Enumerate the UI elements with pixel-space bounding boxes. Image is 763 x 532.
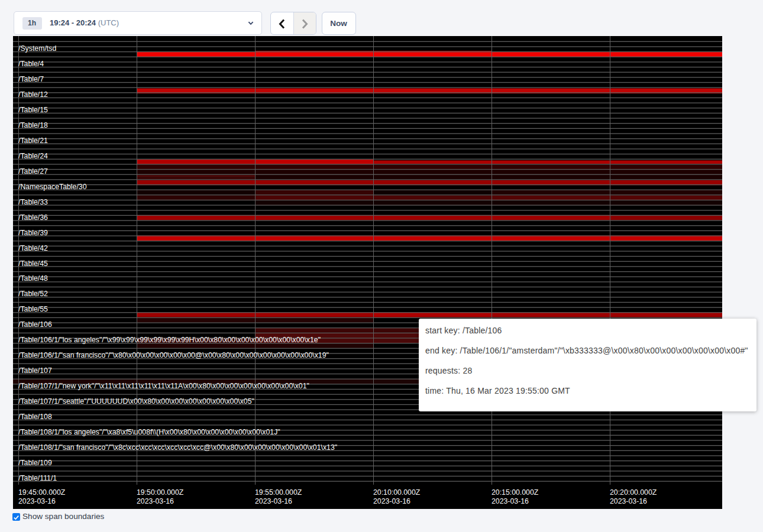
svg-text:/Table/45: /Table/45	[18, 259, 48, 268]
svg-text:/Table/7: /Table/7	[18, 75, 44, 83]
svg-text:2023-03-16: 2023-03-16	[255, 497, 292, 505]
svg-text:19:55:00.000Z: 19:55:00.000Z	[255, 488, 302, 497]
svg-text:/Table/42: /Table/42	[18, 244, 48, 252]
svg-text:19:50:00.000Z: 19:50:00.000Z	[137, 488, 184, 497]
svg-text:/Table/108: /Table/108	[18, 413, 52, 421]
svg-text:20:10:00.000Z: 20:10:00.000Z	[373, 488, 421, 497]
svg-text:/Table/111/1: /Table/111/1	[18, 474, 57, 482]
svg-text:/Table/39: /Table/39	[18, 229, 48, 237]
svg-text:/Table/108/1/"san francisco"/": /Table/108/1/"san francisco"/"\x8c\xcc\x…	[18, 443, 337, 452]
svg-text:/Table/15: /Table/15	[18, 106, 48, 114]
svg-text:/Table/109: /Table/109	[18, 459, 52, 467]
svg-text:2023-03-16: 2023-03-16	[610, 497, 647, 505]
svg-text:/Table/107/1/"new york"/"\x11\: /Table/107/1/"new york"/"\x11\x11\x11\x1…	[18, 382, 309, 390]
svg-text:/Table/52: /Table/52	[18, 290, 48, 298]
svg-text:/Table/48: /Table/48	[18, 274, 48, 283]
svg-text:2023-03-16: 2023-03-16	[18, 497, 56, 505]
svg-text:20:20:00.000Z: 20:20:00.000Z	[610, 488, 657, 497]
svg-text:/System/tsd: /System/tsd	[18, 44, 56, 53]
svg-text:2023-03-16: 2023-03-16	[137, 497, 174, 505]
svg-text:/NamespaceTable/30: /NamespaceTable/30	[18, 183, 87, 191]
svg-text:/Table/24: /Table/24	[18, 152, 48, 160]
svg-text:/Table/18: /Table/18	[18, 121, 48, 129]
svg-text:2023-03-16: 2023-03-16	[492, 497, 529, 505]
svg-text:/Table/107: /Table/107	[18, 366, 52, 375]
svg-text:/Table/106/1/"san francisco"/": /Table/106/1/"san francisco"/"\x80\x00\x…	[18, 351, 329, 359]
svg-text:/Table/106/1/"los angeles"/"\x: /Table/106/1/"los angeles"/"\x99\x99\x99…	[18, 336, 321, 344]
svg-text:2023-03-16: 2023-03-16	[373, 497, 410, 505]
svg-text:20:15:00.000Z: 20:15:00.000Z	[492, 488, 539, 497]
svg-text:/Table/21: /Table/21	[18, 137, 48, 145]
svg-text:/Table/36: /Table/36	[18, 213, 48, 222]
svg-text:/Table/108/1/"los angeles"/"\x: /Table/108/1/"los angeles"/"\xa8\xf5\u00…	[18, 428, 280, 436]
svg-text:/Table/106: /Table/106	[18, 320, 52, 329]
svg-text:/Table/55: /Table/55	[18, 305, 48, 313]
svg-text:19:45:00.000Z: 19:45:00.000Z	[18, 488, 66, 497]
svg-text:/Table/27: /Table/27	[18, 167, 48, 176]
svg-text:/Table/4: /Table/4	[18, 60, 44, 68]
svg-text:/Table/33: /Table/33	[18, 198, 48, 206]
svg-text:/Table/12: /Table/12	[18, 90, 48, 99]
svg-text:/Table/107/1/"seattle"/"UUUUUU: /Table/107/1/"seattle"/"UUUUUUD\x00\x80\…	[18, 397, 254, 406]
